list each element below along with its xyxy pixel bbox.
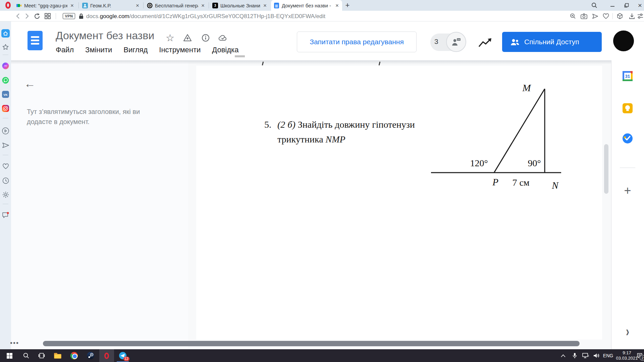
steam-button[interactable]: [83, 349, 98, 362]
account-avatar[interactable]: [613, 31, 634, 51]
window-close-button[interactable]: ×: [633, 0, 644, 11]
telegram-button[interactable]: 12: [115, 349, 130, 362]
tab-search-icon[interactable]: [588, 0, 601, 11]
menu-edit[interactable]: Змінити: [85, 46, 112, 54]
opera-logo-icon[interactable]: [5, 2, 11, 9]
back-button[interactable]: [13, 12, 22, 20]
reload-button[interactable]: [32, 12, 42, 20]
speed-dial-grid-icon[interactable]: [43, 12, 52, 20]
sidebar-vk-button[interactable]: VK: [0, 91, 11, 98]
file-explorer-button[interactable]: [50, 349, 65, 362]
sidebar-setup-dots[interactable]: •••: [10, 339, 19, 347]
hide-side-panel-button[interactable]: ›: [611, 326, 644, 337]
google-docs-logo[interactable]: [28, 31, 43, 50]
opera-icon: [104, 353, 109, 359]
new-tab-button[interactable]: +: [343, 1, 352, 10]
forward-button[interactable]: [23, 12, 32, 20]
tab-geom[interactable]: Геом.К.Р. ×: [79, 0, 143, 11]
tray-language-indicator[interactable]: ENG: [601, 349, 615, 362]
target-site-icon: [147, 3, 153, 8]
sidebar-messenger-button[interactable]: [0, 62, 11, 69]
menu-view[interactable]: Вигляд: [123, 46, 148, 54]
tab-title: Геом.К.Р.: [90, 3, 133, 8]
request-edit-access-button[interactable]: Запитати права редагування: [297, 32, 417, 52]
snapshot-camera-icon[interactable]: [579, 12, 589, 20]
chrome-button[interactable]: [67, 349, 82, 362]
person-chat-icon: [451, 38, 461, 46]
get-addons-button[interactable]: +: [611, 184, 644, 198]
window-restore-button[interactable]: [620, 0, 633, 11]
tab-close-icon[interactable]: ×: [135, 3, 140, 8]
star-icon[interactable]: ☆: [165, 33, 175, 43]
calendar-button[interactable]: 31: [611, 71, 644, 81]
sidebar-instagram-button[interactable]: [0, 105, 11, 112]
menu-tools[interactable]: Інструменти: [159, 46, 201, 54]
window-minimize-button[interactable]: [606, 0, 619, 11]
google-keep-icon: [623, 103, 633, 113]
zoom-page-icon[interactable]: [568, 12, 578, 20]
chrome-icon: [70, 352, 78, 359]
lock-icon[interactable]: [78, 12, 85, 20]
cloud-saved-icon[interactable]: [218, 33, 228, 43]
taskbar-search-button[interactable]: [19, 349, 34, 362]
problem-text: Знайдіть довжину гіпотенузи: [298, 119, 415, 130]
outline-placeholder-text: Тут з’являтимуться заголовки, які ви дод…: [27, 107, 165, 127]
task-view-button[interactable]: [34, 349, 49, 362]
activity-trend-icon[interactable]: [478, 38, 493, 48]
tab-close-icon[interactable]: ×: [201, 3, 205, 8]
tab-docs-active[interactable]: Документ без назви - Goo ×: [271, 0, 342, 11]
extensions-cube-icon[interactable]: [615, 12, 625, 20]
triangle-name: NMP: [326, 134, 345, 144]
sidebar-home-button[interactable]: [0, 29, 11, 38]
share-button[interactable]: Спільний Доступ: [502, 32, 602, 52]
downloads-icon[interactable]: [627, 12, 637, 20]
tray-microphone-icon[interactable]: [570, 349, 580, 362]
tab-close-icon[interactable]: ×: [335, 3, 339, 8]
sidebar-personal-news-button[interactable]: [0, 163, 11, 169]
vpn-badge[interactable]: VPN: [63, 13, 75, 19]
tray-clock[interactable]: 9:1703.03.2021: [615, 350, 639, 361]
opera-taskbar-button[interactable]: [99, 349, 114, 362]
tray-network-icon[interactable]: [580, 349, 591, 362]
start-button[interactable]: [2, 349, 17, 362]
tab-close-icon[interactable]: ×: [263, 3, 267, 8]
tasks-button[interactable]: [611, 133, 644, 143]
sidebar-player-button[interactable]: [0, 127, 11, 134]
sidebar-settings-button[interactable]: [0, 191, 11, 198]
bookmark-heart-icon[interactable]: [601, 12, 610, 20]
sidebar-feedback-button[interactable]: [0, 212, 11, 219]
close-outline-arrow[interactable]: ←: [24, 78, 36, 89]
angle-label-120: 120°: [470, 158, 488, 168]
document-title[interactable]: Документ без назви: [56, 29, 154, 42]
horizontal-scrollbar-thumb[interactable]: [43, 341, 580, 346]
sidebar-history-button[interactable]: [0, 177, 11, 184]
share-people-icon: [510, 38, 520, 46]
address-divider: [56, 13, 56, 19]
vertex-label-N: N: [551, 180, 559, 191]
settings-tune-icon[interactable]: [637, 12, 644, 20]
vertical-scrollbar-thumb[interactable]: [604, 144, 608, 194]
move-to-drive-icon[interactable]: [182, 33, 193, 43]
tray-expand-button[interactable]: [558, 349, 568, 362]
keep-button[interactable]: [611, 103, 644, 113]
sidebar-bookmarks-button[interactable]: [0, 44, 11, 50]
tab-close-icon[interactable]: ×: [70, 3, 74, 8]
sidebar-myflow-button[interactable]: [0, 142, 11, 148]
anonymous-viewers-button[interactable]: [446, 32, 466, 52]
action-center-button[interactable]: 2: [636, 349, 644, 362]
problem-text: трикутника: [277, 134, 323, 144]
chevron-right-icon: ›: [626, 323, 629, 340]
tab-meet[interactable]: Meet: "ggq-zgau-pxb" ×: [13, 0, 77, 11]
tab-generator[interactable]: Бесплатный генератор ру ×: [144, 0, 208, 11]
vertex-label-M: M: [522, 82, 532, 93]
search-icon: [23, 353, 29, 359]
tray-volume-icon[interactable]: [591, 349, 602, 362]
triangle-diagram: M 120° 90° P 7 см N: [429, 78, 563, 193]
tab-znania[interactable]: 3 Школьные Знания.com - Р ×: [210, 0, 270, 11]
send-to-flow-icon[interactable]: [590, 12, 600, 20]
menu-file[interactable]: Файл: [56, 46, 74, 54]
url-text[interactable]: docs.google.com/document/d/1CzWKg1rGLysX…: [86, 13, 325, 20]
document-status-info-icon[interactable]: [201, 33, 211, 43]
sidebar-whatsapp-button[interactable]: [0, 77, 11, 84]
menu-help[interactable]: Довідка: [212, 46, 238, 54]
